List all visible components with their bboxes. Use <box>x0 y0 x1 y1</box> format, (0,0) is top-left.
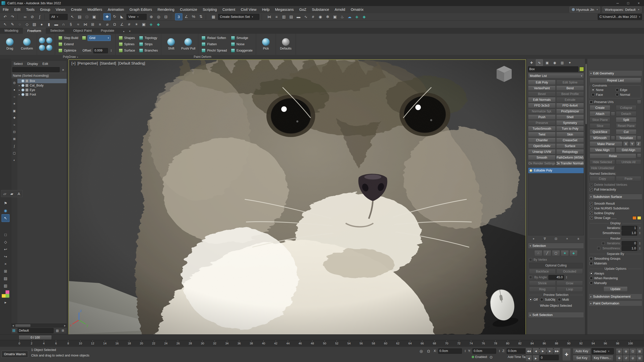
viewport-label[interactable]: [Standard] <box>100 61 116 65</box>
name-column-header[interactable]: Name (Sorted Ascending) <box>11 73 67 79</box>
zoom-region-icon[interactable]: ⊠ <box>636 348 643 355</box>
preview-selection-radio[interactable]: SubObj <box>540 297 555 302</box>
zoom-icon[interactable]: ⊕ <box>616 348 623 355</box>
timeline-tick[interactable]: 6 <box>54 340 58 345</box>
timeline-tick[interactable]: 84 <box>530 340 534 345</box>
minimize-button[interactable]: ─ <box>612 0 623 6</box>
select-and-rotate-icon[interactable]: ↻ <box>111 13 118 20</box>
border-mode-icon[interactable]: ▢ <box>552 250 560 256</box>
timeline-tick[interactable]: 10 <box>79 340 82 345</box>
timeline-tick[interactable]: 76 <box>481 340 485 345</box>
show-cage-checkbox[interactable] <box>590 216 593 219</box>
timeline-tick[interactable]: 80 <box>506 340 509 345</box>
stack-item[interactable]: Editable Poly <box>528 168 584 173</box>
rectangle-tool-icon[interactable]: □ <box>2 231 9 238</box>
undo-icon[interactable]: ↶ <box>2 14 9 20</box>
timeline-ruler[interactable]: 0246810121416182022242628303234363840424… <box>0 340 644 347</box>
plane-icon[interactable]: ▬ <box>53 21 60 28</box>
modifier-button[interactable]: Retopology <box>556 149 584 154</box>
selection-grow-button[interactable]: Grow <box>556 281 583 286</box>
scene-object-row[interactable]: Foot <box>17 92 67 97</box>
timeline-tick[interactable]: 0 <box>18 340 21 345</box>
align-tool-icon[interactable]: ≡ <box>97 21 103 28</box>
timeline-tick[interactable]: 26 <box>176 340 180 345</box>
by-angle-spinner[interactable] <box>565 276 568 279</box>
menu-item[interactable]: Modifiers <box>85 6 105 13</box>
expand-arrow-icon[interactable] <box>18 93 21 96</box>
render-setup-icon[interactable]: ✻ <box>324 14 331 20</box>
modify-tab[interactable]: ∿ <box>536 59 543 66</box>
update-button[interactable]: Update <box>603 286 628 292</box>
timeline-tick[interactable]: 70 <box>445 340 449 345</box>
polydraw-topology-button[interactable]: Branches <box>138 48 159 54</box>
render-iterations-spinner[interactable] <box>638 242 641 245</box>
motion-tab[interactable]: ◉ <box>551 60 558 66</box>
menu-item[interactable]: Substance <box>309 6 332 13</box>
paint-select-icon[interactable]: ✎ <box>9 21 16 28</box>
timeline-tick[interactable]: 48 <box>311 340 314 345</box>
modifier-button[interactable]: Bevel <box>528 91 556 97</box>
scene-explorer-menu[interactable]: Select <box>11 62 25 66</box>
toggle-layer-explorer-icon[interactable]: ▤ <box>288 14 295 20</box>
previous-frame-icon[interactable]: ◀ <box>533 348 539 354</box>
hide-button[interactable]: Unhide All <box>616 159 641 165</box>
time-slider-handle[interactable]: 0 / 100 <box>19 335 52 340</box>
menu-item[interactable]: Omatrix <box>348 6 366 13</box>
modifier-button[interactable]: Chamfer <box>528 138 556 143</box>
constraint-radio[interactable]: Normal <box>616 92 640 97</box>
modifier-button[interactable]: TurboSmooth <box>528 126 556 131</box>
polydraw-tool-button[interactable]: Extend <box>57 41 79 47</box>
filter-xrefs-icon[interactable]: ⊠ <box>12 135 17 143</box>
timeline-tick[interactable]: 38 <box>250 340 253 345</box>
timeline-tick[interactable]: 22 <box>152 340 155 345</box>
cube-icon[interactable]: ▧ <box>31 21 38 28</box>
timeline-tick[interactable]: 100 <box>628 340 633 345</box>
timeline-tick[interactable]: 40 <box>262 340 265 345</box>
delete-isolated-vertices-checkbox[interactable] <box>590 183 593 186</box>
timeline-tick[interactable]: 82 <box>518 340 522 345</box>
checkbox[interactable] <box>590 262 593 265</box>
constraint-radio[interactable]: None <box>591 87 616 92</box>
push-pull-tool-button[interactable]: Push/ Pull <box>180 35 196 54</box>
isolate-selection-icon[interactable]: ◎ <box>418 348 425 354</box>
magnet-icon[interactable]: Ω <box>111 21 118 28</box>
timeline-tick[interactable]: 24 <box>164 340 168 345</box>
scene-object-row[interactable]: Box <box>17 79 67 83</box>
scene-object-row[interactable]: Eye <box>17 88 67 92</box>
go-to-start-icon[interactable]: ◀◀ <box>526 348 532 354</box>
angle-snap-icon[interactable]: ∠ <box>183 13 190 20</box>
scroll-right-icon[interactable]: ▶ <box>63 325 67 327</box>
timeline-tick[interactable]: 56 <box>359 340 363 345</box>
scene-explorer-menu[interactable]: Display <box>25 62 40 66</box>
scene-explorer-menu[interactable]: Edit <box>40 62 50 66</box>
select-tool-icon[interactable]: ↖ <box>2 214 10 222</box>
checkbox[interactable] <box>590 207 593 210</box>
lasso-icon[interactable]: ◌ <box>16 21 23 28</box>
cylinder-icon[interactable]: ▮ <box>46 21 52 28</box>
project-folder-dropdown[interactable]: C:\Users\JI...ds Max 2022 <box>598 14 642 20</box>
pick-tool-button[interactable]: Pick <box>258 35 274 54</box>
ribbon-tab[interactable]: Modeling <box>0 28 23 34</box>
checkbox[interactable] <box>590 202 593 205</box>
timeline-tick[interactable]: 96 <box>604 340 607 345</box>
menu-item[interactable]: Civil View <box>238 6 259 13</box>
edit-geometry-button[interactable]: Reset Plane <box>616 123 636 128</box>
viewport-label[interactable]: [Default Shading] <box>118 61 145 65</box>
viewport-label[interactable]: [Perspective] <box>77 61 98 65</box>
noise-icon[interactable]: ≈ <box>75 21 82 28</box>
menu-item[interactable]: Scripting <box>200 6 220 13</box>
menu-item[interactable]: File <box>0 6 11 13</box>
timeline-tick[interactable]: 12 <box>91 340 94 345</box>
object-color-swatch[interactable] <box>579 67 584 71</box>
timeline-tick[interactable]: 68 <box>433 340 436 345</box>
visibility-icon[interactable] <box>21 84 24 87</box>
y-coordinate-field[interactable]: 0.0cm <box>472 348 496 354</box>
checkbox[interactable] <box>590 257 593 260</box>
teal-tool-icon[interactable]: ◈ <box>148 21 154 28</box>
pan-icon[interactable]: ✥ <box>616 355 623 362</box>
edit-geometry-button[interactable]: Collapse <box>616 105 636 110</box>
walkthrough-icon[interactable]: ⊘ <box>629 355 636 362</box>
polydraw-topology-button[interactable]: Topology <box>138 35 159 41</box>
selection-lock-icon[interactable]: Ω <box>425 348 432 354</box>
use-pivot-center-icon[interactable]: ⊕ <box>148 14 155 20</box>
